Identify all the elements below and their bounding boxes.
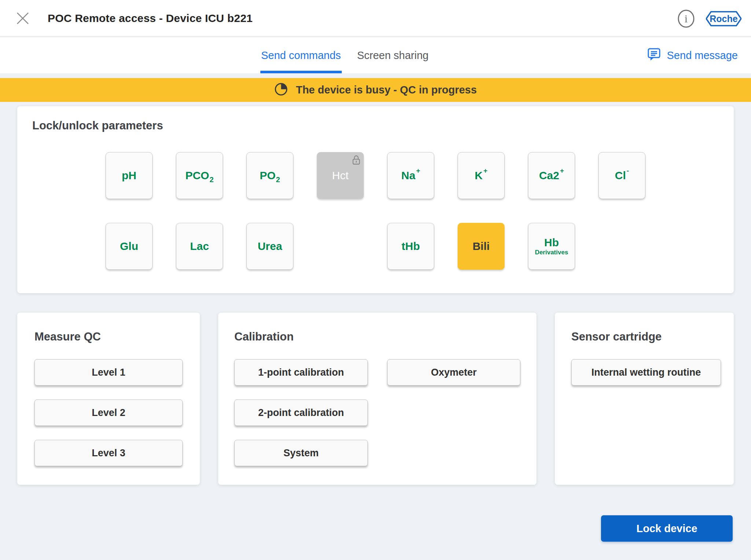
param-thb-label: tHb [402, 240, 420, 253]
param-bili-selected[interactable]: Bili [458, 223, 505, 270]
roche-logo: Roche [706, 11, 741, 27]
param-ca2[interactable]: Ca2+ [528, 152, 575, 199]
param-hb-derivatives-label: Derivatives [535, 249, 568, 256]
send-message-label: Send message [667, 49, 738, 62]
param-hct-label: Hct [332, 169, 349, 182]
sensor-cartridge-buttons: Internal wetting routine [571, 359, 721, 386]
param-glu-label: Glu [120, 240, 138, 253]
param-thb[interactable]: tHb [387, 223, 434, 270]
internal-wetting-routine-button[interactable]: Internal wetting routine [571, 359, 721, 386]
param-empty-slot [598, 223, 645, 270]
param-urea[interactable]: Urea [246, 223, 293, 270]
param-urea-label: Urea [258, 240, 282, 253]
param-cl-label: Cl [615, 169, 626, 182]
param-k[interactable]: K+ [458, 152, 505, 199]
send-message-button[interactable]: Send message [647, 37, 738, 73]
lock-unlock-parameters-title: Lock/unlock parameters [32, 119, 734, 132]
close-icon[interactable] [14, 10, 32, 27]
param-ca2-label: Ca2 [539, 169, 559, 182]
busy-banner-text: The device is busy - QC in progress [296, 84, 477, 96]
param-bili-label: Bili [473, 240, 490, 253]
svg-text:Roche: Roche [710, 14, 738, 24]
remote-access-window: POC Remote access - Device ICU b221 i Ro… [0, 0, 751, 560]
header: POC Remote access - Device ICU b221 i Ro… [0, 0, 751, 37]
param-k-label: K [475, 169, 483, 182]
chat-icon [647, 47, 661, 64]
measure-qc-buttons: Level 1 Level 2 Level 3 [34, 359, 183, 466]
param-ph-label: pH [122, 169, 136, 182]
sensor-cartridge-card: Sensor cartridge Internal wetting routin… [555, 313, 734, 485]
qc-level-1-button[interactable]: Level 1 [34, 359, 183, 386]
param-pco2-label: PCO [185, 169, 209, 182]
calibration-buttons: 1-point calibration 2-point calibration … [234, 359, 520, 480]
tab-screen-sharing-label: Screen sharing [357, 49, 429, 62]
lock-unlock-parameters-card: Lock/unlock parameters pH PCO2 PO2 [17, 106, 734, 293]
clock-icon [274, 82, 288, 97]
calibration-title: Calibration [234, 330, 520, 343]
param-pco2[interactable]: PCO2 [176, 152, 223, 199]
param-cl[interactable]: Cl- [598, 152, 645, 199]
param-hb-label: Hb [544, 237, 559, 248]
tab-screen-sharing[interactable]: Screen sharing [356, 37, 429, 73]
two-point-calibration-button[interactable]: 2-point calibration [234, 399, 368, 426]
param-pco2-subscript: 2 [209, 176, 213, 184]
calibration-column-1: 1-point calibration 2-point calibration … [234, 359, 368, 480]
busy-banner: The device is busy - QC in progress [0, 78, 751, 102]
info-icon[interactable]: i [677, 10, 695, 28]
param-k-superscript: + [483, 167, 487, 175]
calibration-card: Calibration 1-point calibration 2-point … [218, 313, 536, 485]
tab-send-commands-label: Send commands [261, 49, 341, 62]
param-po2-label: PO [260, 169, 275, 182]
param-po2[interactable]: PO2 [246, 152, 293, 199]
param-ph[interactable]: pH [106, 152, 153, 199]
oxymeter-button[interactable]: Oxymeter [387, 359, 520, 386]
param-empty-slot [317, 223, 364, 270]
param-hct-locked[interactable]: Hct [317, 152, 364, 199]
tab-group: Send commands Screen sharing [260, 37, 429, 73]
lock-icon [352, 155, 360, 168]
param-glu[interactable]: Glu [106, 223, 153, 270]
qc-level-2-button[interactable]: Level 2 [34, 399, 183, 426]
calibration-column-2: Oxymeter [387, 359, 520, 480]
measure-qc-card: Measure QC Level 1 Level 2 Level 3 [17, 313, 200, 485]
param-lac-label: Lac [190, 240, 209, 253]
one-point-calibration-button[interactable]: 1-point calibration [234, 359, 368, 386]
system-calibration-button[interactable]: System [234, 440, 368, 466]
param-po2-subscript: 2 [276, 176, 280, 184]
param-ca2-superscript: + [560, 167, 564, 175]
param-lac[interactable]: Lac [176, 223, 223, 270]
lock-device-button[interactable]: Lock device [601, 515, 733, 542]
measure-qc-title: Measure QC [34, 330, 183, 343]
sensor-cartridge-title: Sensor cartridge [571, 330, 721, 343]
active-tab-underline [260, 71, 342, 73]
tab-bar: Send commands Screen sharing Send messag… [0, 37, 751, 73]
param-hb-derivatives[interactable]: Hb Derivatives [528, 223, 575, 270]
tab-send-commands[interactable]: Send commands [260, 37, 342, 73]
param-na-label: Na [401, 169, 415, 182]
page-title: POC Remote access - Device ICU b221 [48, 0, 253, 37]
param-na[interactable]: Na+ [387, 152, 434, 199]
svg-text:i: i [685, 12, 688, 25]
qc-level-3-button[interactable]: Level 3 [34, 440, 183, 466]
param-na-superscript: + [416, 167, 420, 175]
parameter-grid: pH PCO2 PO2 Hct Na+ [106, 152, 645, 270]
param-cl-superscript: - [627, 167, 629, 175]
